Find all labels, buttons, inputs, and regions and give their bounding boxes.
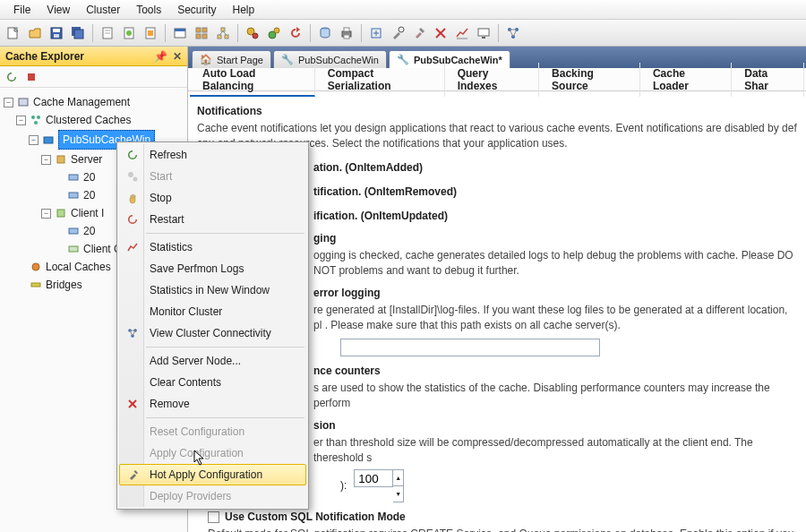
toolbar-print-icon[interactable] <box>337 23 356 43</box>
nodes-icon <box>55 153 67 166</box>
toolbar-page3-icon[interactable] <box>141 23 160 43</box>
ctx-restart[interactable]: Restart <box>119 209 306 230</box>
tree-root[interactable]: Cache Management <box>33 94 130 110</box>
svg-rect-58 <box>69 246 78 252</box>
svg-point-61 <box>128 172 133 177</box>
clients-icon <box>55 207 67 219</box>
tree-bridges[interactable]: Bridges <box>46 277 82 293</box>
toolbar-saveall-icon[interactable] <box>68 23 88 43</box>
restart-icon <box>124 211 141 227</box>
node-icon <box>67 243 80 255</box>
toolbar-page1-icon[interactable] <box>98 23 117 43</box>
toolbar-chart-icon[interactable] <box>452 23 472 43</box>
expander-icon[interactable]: − <box>41 209 51 219</box>
sql-checkbox[interactable] <box>208 511 219 523</box>
tree-server1[interactable]: 20 <box>83 169 95 185</box>
svg-rect-5 <box>74 30 83 39</box>
toolbar-tools1-icon[interactable] <box>388 23 407 43</box>
svg-rect-47 <box>28 73 35 81</box>
svg-rect-3 <box>54 34 59 38</box>
ctx-refresh[interactable]: Refresh <box>119 144 306 166</box>
svg-line-46 <box>513 30 517 37</box>
svg-point-51 <box>34 121 38 124</box>
toolbar <box>0 20 806 47</box>
toolbar-grid-icon[interactable] <box>192 23 211 43</box>
menu-view[interactable]: View <box>39 2 78 18</box>
ctx-apply-config[interactable]: Apply Configuration <box>119 442 306 464</box>
toolbar-save-icon[interactable] <box>47 23 66 43</box>
ctx-monitor-cluster[interactable]: Monitor Cluster <box>119 301 306 322</box>
toolbar-sep <box>361 24 362 42</box>
menu-separator <box>146 417 304 418</box>
tree-server-nodes[interactable]: Server <box>71 151 102 167</box>
refresh-icon[interactable] <box>4 69 20 85</box>
ctx-deploy-providers[interactable]: Deploy Providers <box>119 485 306 507</box>
menu-file[interactable]: File <box>5 2 39 18</box>
ctx-stop[interactable]: Stop <box>119 187 306 209</box>
menu-cluster[interactable]: Cluster <box>78 2 128 18</box>
panel-header: Cache Explorer 📌 ✕ <box>0 47 187 66</box>
tree-client1[interactable]: 20 <box>83 223 95 239</box>
pin-icon[interactable]: 📌 <box>154 50 167 63</box>
toolbar-monitor-icon[interactable] <box>474 23 493 43</box>
expander-icon[interactable]: − <box>41 155 51 165</box>
gears-icon <box>124 168 141 184</box>
expander-icon[interactable]: − <box>4 98 13 107</box>
ctx-start[interactable]: Start <box>119 166 306 187</box>
tree-client-nodes[interactable]: Client I <box>71 205 104 221</box>
close-panel-icon[interactable]: ✕ <box>173 50 182 63</box>
ctx-statistics[interactable]: Statistics <box>119 236 306 258</box>
ctx-view-connectivity[interactable]: View Cluster Connectivity <box>119 322 306 344</box>
toolbar-sep <box>92 24 93 42</box>
ctx-stats-new-window[interactable]: Statistics in New Window <box>119 279 306 301</box>
toolbar-expand-icon[interactable] <box>366 23 386 43</box>
spin-down-icon[interactable]: ▼ <box>393 486 403 502</box>
svg-rect-54 <box>69 175 78 180</box>
toolbar-window-icon[interactable] <box>170 23 190 43</box>
svg-rect-19 <box>221 28 225 31</box>
toolbar-net-icon[interactable] <box>503 23 523 43</box>
compression-value-input[interactable] <box>354 469 393 487</box>
ctx-add-server[interactable]: Add Server Node... <box>119 350 306 372</box>
svg-rect-60 <box>31 283 40 287</box>
tree-clustered[interactable]: Clustered Caches <box>46 112 131 128</box>
errlog-path-input[interactable] <box>340 339 600 356</box>
svg-point-49 <box>31 116 35 119</box>
errlog-body: re generated at [InstallDir]\log-files. … <box>313 303 797 333</box>
node-icon <box>67 189 80 202</box>
svg-rect-55 <box>69 193 78 198</box>
toolbar-restart-icon[interactable] <box>286 23 305 43</box>
svg-point-59 <box>32 263 39 270</box>
toolbar-gears2-icon[interactable] <box>264 23 284 43</box>
toolbar-gears-icon[interactable] <box>243 23 262 43</box>
menu-help[interactable]: Help <box>225 2 263 18</box>
toolbar-bridge-icon[interactable] <box>213 23 233 43</box>
toolbar-page2-icon[interactable] <box>119 23 139 43</box>
ctx-reset-config[interactable]: Reset Configuration <box>119 421 306 442</box>
svg-rect-20 <box>218 35 221 39</box>
local-icon <box>30 261 42 273</box>
menu-security[interactable]: Security <box>169 2 224 18</box>
tree-local[interactable]: Local Caches <box>46 259 111 275</box>
svg-point-50 <box>37 116 40 119</box>
expander-icon[interactable]: − <box>29 135 39 145</box>
spin-up-icon[interactable]: ▲ <box>393 470 403 486</box>
toolbar-db-icon[interactable] <box>315 23 335 43</box>
svg-rect-18 <box>202 34 207 39</box>
menu-tools[interactable]: Tools <box>128 2 169 18</box>
ctx-remove[interactable]: Remove <box>119 393 306 415</box>
expander-icon[interactable]: − <box>16 116 26 125</box>
toolbar-tools2-icon[interactable] <box>409 23 429 43</box>
ctx-hot-apply-config[interactable]: Hot Apply Configuration <box>119 464 306 485</box>
toolbar-new-icon[interactable] <box>4 23 23 43</box>
svg-rect-48 <box>19 99 28 106</box>
toolbar-tools3-icon[interactable] <box>431 23 450 43</box>
ctx-clear-contents[interactable]: Clear Contents <box>119 372 306 393</box>
tree-server2[interactable]: 20 <box>83 187 95 203</box>
event-added: ation. (OnItemAdded) <box>313 161 423 174</box>
stop-icon[interactable] <box>23 69 39 85</box>
panel-toolbar <box>0 66 187 88</box>
svg-rect-53 <box>57 156 64 163</box>
toolbar-open-icon[interactable] <box>25 23 45 43</box>
ctx-save-perfmon[interactable]: Save Perfmon Logs <box>119 258 306 279</box>
